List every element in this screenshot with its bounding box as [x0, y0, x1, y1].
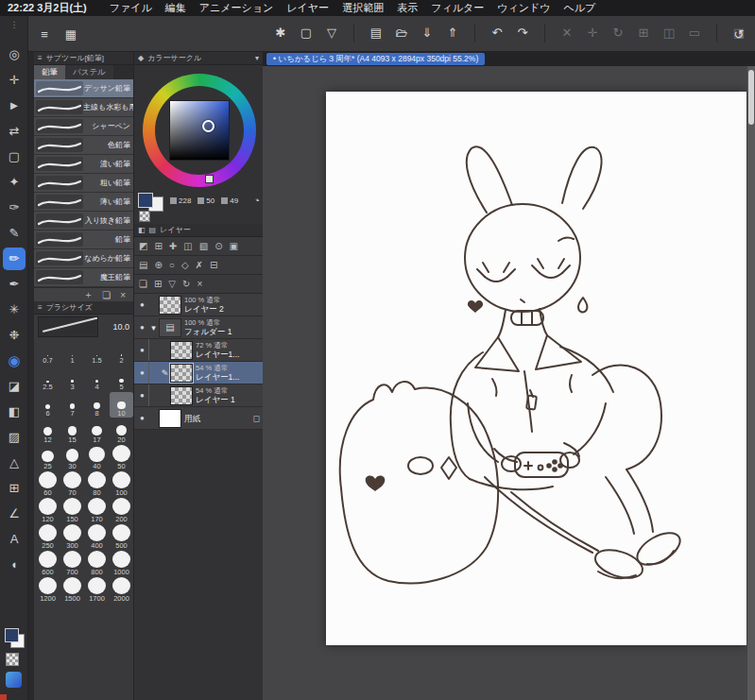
panel-layout-icon[interactable]: ≡	[36, 26, 53, 44]
panel-menu-icon[interactable]: ≡	[38, 54, 43, 62]
brush-size-cell[interactable]: 25	[36, 445, 60, 470]
blend-mode-icon[interactable]: ◩	[139, 241, 147, 251]
brush-size-cell[interactable]: 40	[85, 445, 109, 470]
layer-thumbnail[interactable]	[170, 386, 193, 405]
color-mode-icon[interactable]: ◔	[253, 195, 260, 206]
mask-icon[interactable]: ▤	[139, 260, 147, 270]
move-tool-icon[interactable]: ✛	[3, 69, 26, 92]
brush-size-cell[interactable]: 3	[60, 366, 84, 391]
quick-access-icon[interactable]	[6, 672, 22, 688]
paper-thumbnail[interactable]	[159, 409, 181, 428]
selection-launcher-icon[interactable]: ▢	[298, 24, 315, 43]
frame-tool-icon[interactable]: ⊞	[3, 477, 26, 500]
brush-size-cell[interactable]: 5	[110, 366, 133, 391]
subtool-tab[interactable]: 鉛筆	[34, 65, 65, 79]
brush-size-cell[interactable]: 150	[60, 498, 84, 523]
layer-row[interactable]: ●54 % 通常レイヤー 1	[134, 384, 264, 407]
brush-size-cell[interactable]: 6	[36, 392, 60, 418]
subtool-tab[interactable]: パステル	[65, 65, 113, 79]
edge-pull-tab[interactable]	[0, 694, 7, 700]
brush-size-cell[interactable]: 1200	[36, 577, 60, 603]
brush-size-cell[interactable]: 250	[36, 524, 60, 550]
redo-icon[interactable]: ↷	[514, 24, 531, 43]
hue-marker[interactable]	[205, 175, 214, 183]
layer-tab-icon-2[interactable]: ▤	[149, 226, 157, 234]
layer-row[interactable]: ●▾▤100 % 通常フォルダー 1	[134, 316, 264, 339]
brush-size-cell[interactable]: 15	[60, 418, 84, 444]
divider-icon[interactable]: ⊟	[210, 260, 217, 270]
menu-item[interactable]: ウィンドウ	[497, 1, 550, 15]
gradient-tool-icon[interactable]: ▨	[3, 426, 26, 449]
blend-tool-icon[interactable]: ◉	[3, 350, 26, 372]
decoration-tool-icon[interactable]: ❉	[3, 324, 26, 347]
undo-icon[interactable]: ↶	[489, 24, 506, 43]
brush-size-cell[interactable]: 30	[60, 445, 84, 470]
draft-layer-icon[interactable]: ▧	[199, 241, 208, 251]
new-file-icon[interactable]: ▤	[368, 24, 385, 43]
brush-size-cell[interactable]: 1.5	[85, 339, 109, 365]
eye-icon[interactable]: ●	[136, 346, 148, 354]
layer-tab-icon[interactable]: ◧	[138, 226, 146, 234]
brush-size-cell[interactable]: 50	[110, 445, 133, 470]
scrollbar-thumb[interactable]	[748, 70, 754, 125]
pen-tool-icon[interactable]: ✎	[3, 222, 26, 245]
strip-handle-icon[interactable]: ⋮	[0, 20, 28, 29]
eye-icon[interactable]: ●	[136, 323, 148, 332]
layer-row[interactable]: ●100 % 通常レイヤー 2	[134, 294, 264, 316]
transfer-down-icon[interactable]: ▽	[168, 279, 176, 289]
opacity-icon[interactable]: ⊞	[154, 241, 162, 251]
layer-thumbnail[interactable]	[170, 364, 193, 383]
lock-layer-icon[interactable]: ⊙	[214, 241, 222, 251]
eye-icon[interactable]: ●	[136, 368, 148, 377]
brush-size-cell[interactable]: 80	[85, 471, 109, 497]
brush-size-cell[interactable]: 600	[36, 551, 60, 576]
brush-size-cell[interactable]: 500	[110, 524, 133, 550]
brush-size-cell[interactable]: 170	[85, 498, 109, 523]
delete-subtool-icon[interactable]: ×	[120, 290, 126, 300]
pencil-tool-icon[interactable]: ✏	[3, 248, 26, 270]
two-pane-icon[interactable]: ✗	[196, 260, 203, 270]
brush-size-cell[interactable]: 1700	[85, 577, 109, 603]
brush-size-cell[interactable]: 0.7	[36, 339, 60, 365]
sync-icon[interactable]: ↺	[730, 26, 747, 44]
brush-size-cell[interactable]: 1	[60, 339, 84, 365]
add-subtool-icon[interactable]: ＋	[83, 288, 93, 301]
brush-size-cell[interactable]: 17	[85, 418, 109, 444]
brush-size-cell[interactable]: 700	[60, 551, 84, 576]
text-tool-icon[interactable]: A	[3, 528, 26, 551]
layer-color-icon[interactable]: ◇	[181, 260, 189, 270]
vertical-scrollbar[interactable]	[747, 66, 755, 700]
menu-item[interactable]: 編集	[165, 1, 186, 15]
menu-item[interactable]: レイヤー	[286, 1, 329, 15]
brush-size-cell[interactable]: 1000	[110, 551, 133, 576]
delete-layer-icon[interactable]: ×	[197, 279, 202, 289]
eye-icon[interactable]: ●	[136, 391, 148, 400]
main-color-swatch[interactable]	[5, 628, 19, 642]
brush-size-cell[interactable]: 300	[60, 524, 84, 550]
color-wheel-tab-icon[interactable]: ◆	[138, 54, 144, 62]
panel-overflow-icon[interactable]: ▾	[255, 54, 259, 62]
object-tool-icon[interactable]: ✱	[272, 24, 289, 43]
ruler-layer-icon[interactable]: ⊕	[154, 260, 162, 270]
brush-size-cell[interactable]: 8	[85, 392, 109, 418]
zoom-tool-icon[interactable]: ◎	[3, 43, 26, 66]
brush-size-cell[interactable]: 2000	[110, 577, 133, 603]
brush-size-cell[interactable]: 10	[110, 392, 133, 418]
brush-size-cell[interactable]: 7	[60, 392, 84, 418]
layer-row[interactable]: ●用紙◻	[134, 407, 264, 430]
layer-row[interactable]: ●✎54 % 通常レイヤー1...	[134, 362, 264, 384]
brush-size-cell[interactable]: 2	[110, 339, 133, 365]
new-raster-layer-icon[interactable]: ❏	[139, 279, 147, 289]
figure-tool-icon[interactable]: △	[3, 452, 26, 474]
subtool-item[interactable]: 濃い鉛筆	[34, 155, 133, 174]
brush-size-cell[interactable]: 70	[60, 471, 84, 497]
brush-size-cell[interactable]: 4	[85, 366, 109, 391]
brush-size-cell[interactable]: 120	[36, 498, 60, 523]
eyedropper-tool-icon[interactable]: ✑	[3, 196, 26, 219]
menu-item[interactable]: ファイル	[110, 1, 152, 15]
balloon-tool-icon[interactable]: ◖	[3, 554, 26, 576]
subtool-item[interactable]: デッサン鉛筆	[34, 79, 133, 98]
brush-size-cell[interactable]: 1500	[60, 577, 84, 603]
transparent-swatch[interactable]	[139, 211, 150, 222]
combine-icon[interactable]: ✚	[169, 241, 177, 251]
